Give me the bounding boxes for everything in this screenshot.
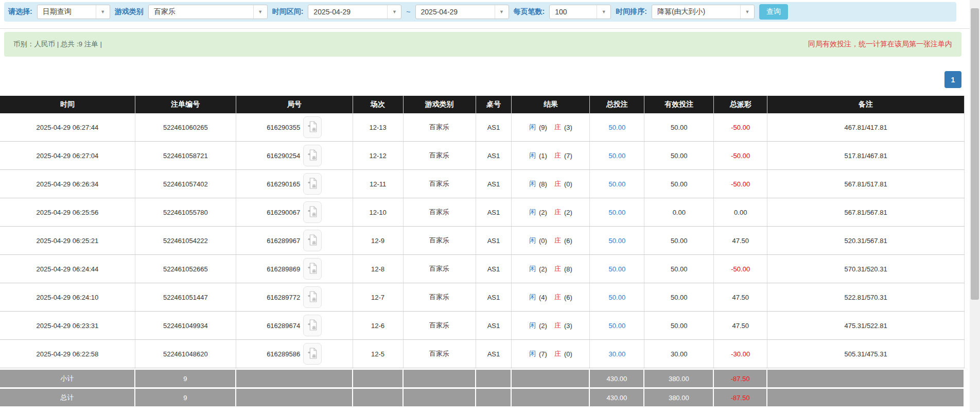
cell-round: 616290254 [236, 142, 353, 169]
query-type-value: 日期查询 [38, 7, 72, 16]
cell-game: 百家乐 [404, 227, 476, 254]
video-replay-button[interactable] [303, 116, 322, 138]
page-size-label: 每页笔数: [514, 7, 545, 16]
cell-bet-id: 522461051447 [135, 283, 236, 311]
time-range-label: 时间区间: [272, 7, 304, 16]
cell-result: 闲(0)庄(6) [512, 227, 590, 254]
game-type-select[interactable]: 百家乐 ▼ [148, 5, 268, 19]
date-from-select[interactable]: 2025-04-29 ▼ [308, 5, 401, 19]
column-header: 游戏类别 [404, 96, 476, 113]
sort-order-value: 降冪(由大到小) [652, 7, 705, 16]
page-size-select[interactable]: 100 ▼ [549, 5, 611, 19]
total-bet-link[interactable]: 50.00 [590, 113, 644, 141]
banker-points: (3) [564, 124, 572, 131]
total-bet-link[interactable]: 50.00 [590, 198, 644, 226]
banker-label: 庄 [554, 293, 561, 302]
player-points: (2) [539, 209, 547, 216]
footer-count: 9 [135, 389, 236, 406]
date-to-select[interactable]: 2025-04-29 ▼ [415, 5, 509, 19]
footer-total-bet: 430.00 [590, 389, 644, 406]
sort-order-select[interactable]: 降冪(由大到小) ▼ [652, 5, 755, 19]
cell-table-no: AS1 [476, 170, 512, 198]
total-bet-link[interactable]: 50.00 [590, 227, 644, 254]
cell-table-no: AS1 [476, 283, 512, 311]
cell-result: 闲(7)庄(0) [512, 340, 590, 368]
total-bet-link[interactable]: 50.00 [590, 255, 644, 283]
footer-payout: -87.50 [714, 389, 767, 406]
grandtotal-row: 总计9430.00380.00-87.50 [0, 387, 965, 408]
column-header: 总投注 [590, 96, 644, 113]
video-replay-button[interactable] [303, 315, 322, 336]
total-bet-link[interactable]: 50.00 [590, 312, 644, 339]
video-replay-button[interactable] [303, 286, 322, 308]
date-from-value: 2025-04-29 [308, 8, 351, 16]
cell-bet-id: 522461060265 [135, 113, 236, 141]
cell-time: 2025-04-29 06:27:44 [0, 113, 135, 141]
table-footer: 小计9430.00380.00-87.50总计9430.00380.00-87.… [0, 368, 965, 408]
total-bet-link[interactable]: 50.00 [590, 142, 644, 169]
total-bet-link[interactable]: 30.00 [590, 340, 644, 368]
banker-points: (7) [564, 152, 572, 160]
cell-valid-bet: 50.00 [644, 170, 714, 198]
banker-label: 庄 [554, 123, 561, 132]
cell-game: 百家乐 [404, 312, 476, 339]
cell-valid-bet: 30.00 [644, 340, 714, 368]
cell-time: 2025-04-29 06:23:31 [0, 312, 135, 339]
footer-empty-cell [236, 370, 353, 387]
cell-session: 12-7 [353, 283, 404, 311]
video-file-icon [307, 149, 318, 163]
scrollbar-thumb[interactable] [971, 8, 979, 300]
cell-bet-id: 522461049934 [135, 312, 236, 339]
player-points: (2) [539, 322, 547, 330]
player-label: 闲 [529, 321, 536, 330]
cell-payout: 0.00 [714, 198, 767, 226]
table-row: 2025-04-29 06:24:10522461051447616289772… [0, 283, 965, 312]
cell-game: 百家乐 [404, 170, 476, 198]
cell-remark: 517.81/467.81 [767, 142, 965, 169]
cell-table-no: AS1 [476, 227, 512, 254]
cell-round: 616290165 [236, 170, 353, 198]
video-replay-button[interactable] [303, 173, 322, 195]
chevron-down-icon: ▼ [495, 5, 509, 19]
video-replay-button[interactable] [303, 230, 322, 251]
search-button[interactable]: 查询 [759, 4, 788, 20]
cell-time: 2025-04-29 06:25:21 [0, 227, 135, 254]
video-file-icon [307, 290, 318, 304]
column-header: 总派彩 [714, 96, 767, 113]
footer-empty-cell [404, 370, 476, 387]
video-replay-button[interactable] [303, 343, 322, 365]
cell-table-no: AS1 [476, 340, 512, 368]
cell-time: 2025-04-29 06:27:04 [0, 142, 135, 169]
video-replay-button[interactable] [303, 258, 322, 280]
player-points: (0) [539, 237, 547, 245]
banker-points: (0) [564, 350, 572, 358]
cell-round: 616289772 [236, 283, 353, 311]
cell-session: 12-9 [353, 227, 404, 254]
video-file-icon [307, 347, 318, 361]
footer-empty-cell [236, 389, 353, 406]
cell-valid-bet: 50.00 [644, 142, 714, 169]
table-row: 2025-04-29 06:22:58522461048620616289586… [0, 340, 965, 368]
page-button-1[interactable]: 1 [944, 71, 961, 88]
page-size-value: 100 [550, 8, 567, 16]
cell-table-no: AS1 [476, 142, 512, 169]
round-id: 616290067 [267, 209, 300, 216]
chevron-down-icon: ▼ [387, 5, 401, 19]
game-type-label: 游戏类别 [115, 7, 144, 16]
column-header: 局号 [236, 96, 353, 113]
cell-time: 2025-04-29 06:22:58 [0, 340, 135, 368]
currency-total-text: 币别：人民币 | 总共 :9 注单 | [13, 40, 102, 49]
cell-valid-bet: 50.00 [644, 312, 714, 339]
video-replay-button[interactable] [303, 201, 322, 223]
player-points: (7) [539, 350, 547, 358]
player-points: (8) [539, 180, 547, 188]
total-bet-link[interactable]: 50.00 [590, 283, 644, 311]
vertical-scrollbar[interactable] [970, 0, 980, 412]
cell-valid-bet: 50.00 [644, 113, 714, 141]
player-label: 闲 [529, 293, 536, 302]
column-header: 结果 [512, 96, 590, 113]
video-replay-button[interactable] [303, 145, 322, 166]
total-bet-link[interactable]: 50.00 [590, 170, 644, 198]
query-type-select[interactable]: 日期查询 ▼ [37, 5, 110, 19]
records-table: 时间注单编号局号场次游戏类别桌号结果总投注有效投注总派彩备注 2025-04-2… [0, 96, 965, 408]
